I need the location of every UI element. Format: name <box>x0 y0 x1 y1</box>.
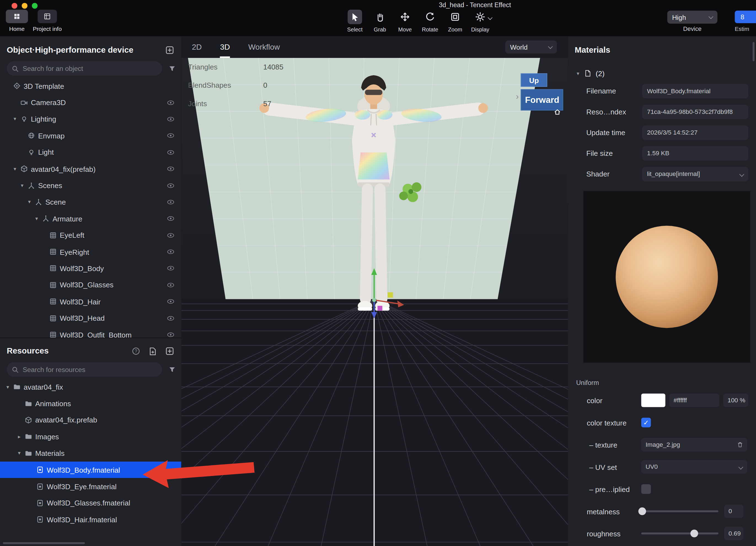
eye-icon[interactable] <box>167 148 175 156</box>
help-icon[interactable]: ? <box>132 347 140 355</box>
tool-select[interactable]: Select <box>345 10 364 32</box>
eye-icon[interactable] <box>167 182 175 189</box>
object-wolf3d-body[interactable]: Wolf3D_Body <box>0 260 181 277</box>
field-shader-value[interactable]: lit_opaque[internal] <box>642 167 748 181</box>
chevron-down-icon[interactable]: ▾ <box>4 384 12 390</box>
eye-icon[interactable] <box>167 198 175 206</box>
tab-3d[interactable]: 3D <box>220 36 230 58</box>
object-scenes[interactable]: ▾Scenes <box>0 177 181 194</box>
tab-workflow[interactable]: Workflow <box>248 36 280 58</box>
eye-icon[interactable] <box>167 99 175 106</box>
chevron-right-icon[interactable]: ▸ <box>15 433 23 440</box>
object-lighting[interactable]: ▾Lighting <box>0 111 181 127</box>
resource-wolf3d-eye-fmaterial[interactable]: Wolf3D_Eye.fmaterial <box>0 478 181 495</box>
eye-icon[interactable] <box>167 231 175 239</box>
texture-field[interactable]: Image_2.jpg <box>641 438 747 451</box>
object-envmap[interactable]: Envmap <box>0 127 181 144</box>
eye-icon[interactable] <box>167 165 175 173</box>
eye-icon[interactable] <box>167 281 175 289</box>
object-search[interactable] <box>7 61 162 76</box>
object-eyeright[interactable]: EyeRight <box>0 243 181 260</box>
object-3d-template[interactable]: 3D Template <box>0 78 181 94</box>
object-armature[interactable]: ▾Armature <box>0 210 181 227</box>
resource-wolf3d-body-fmaterial[interactable]: Wolf3D_Body.fmaterial <box>0 462 181 478</box>
vertical-scrollbar[interactable] <box>753 42 755 61</box>
eye-icon[interactable] <box>167 132 175 140</box>
resource-wolf3d-hair-fmaterial[interactable]: Wolf3D_Hair.fmaterial <box>0 511 181 528</box>
gizmo-up-button[interactable]: Up <box>521 73 547 87</box>
object-scene[interactable]: ▾Scene <box>0 194 181 210</box>
resource-search-input[interactable] <box>23 366 157 373</box>
field-file-size-value[interactable]: 1.59 KB <box>642 146 748 160</box>
resource-materials[interactable]: ▾Materials <box>0 445 181 462</box>
filter-icon[interactable] <box>168 65 176 72</box>
chevron-down-icon[interactable]: ▾ <box>11 166 19 172</box>
horizontal-scrollbar[interactable] <box>3 542 85 544</box>
filter-icon[interactable] <box>168 366 176 373</box>
zoom-window-button[interactable] <box>32 3 37 9</box>
eye-icon[interactable] <box>167 264 175 272</box>
color-swatch[interactable] <box>641 394 665 407</box>
chevron-down-icon[interactable]: ▾ <box>26 199 33 205</box>
home-view-icon[interactable] <box>554 108 561 116</box>
color-texture-checkbox[interactable]: ✓ <box>641 418 651 427</box>
resource-avatar04-fix[interactable]: ▾avatar04_fix <box>0 379 181 395</box>
minimize-window-button[interactable] <box>22 3 28 9</box>
eye-icon[interactable] <box>167 248 175 256</box>
eye-icon[interactable] <box>167 331 175 338</box>
tool-grab[interactable]: Grab <box>370 10 390 32</box>
object-wolf3d-outfit-bottom[interactable]: Wolf3D_Outfit_Bottom <box>0 326 181 338</box>
add-object-icon[interactable] <box>165 45 175 55</box>
object-avatar04-fix-prefab[interactable]: ▾avatar04_fix(prefab) <box>0 160 181 177</box>
chevron-down-icon[interactable]: ▾ <box>11 116 19 122</box>
roughness-slider[interactable] <box>641 527 719 540</box>
metalness-slider[interactable] <box>641 505 719 518</box>
object-wolf3d-head[interactable]: Wolf3D_Head <box>0 310 181 326</box>
object-wolf3d-glasses[interactable]: Wolf3D_Glasses <box>0 277 181 293</box>
chevron-down-icon[interactable]: ▾ <box>15 450 23 456</box>
tool-rotate[interactable]: Rotate <box>420 10 440 32</box>
project-info-button[interactable]: Project info <box>30 10 65 32</box>
viewport-3d-scene[interactable]: Triangles14085BlendShapes0Joints57 Up Fo… <box>181 58 568 546</box>
close-window-button[interactable] <box>12 3 17 9</box>
world-space-dropdown[interactable]: World <box>505 41 557 53</box>
field-filename-value[interactable]: Wolf3D_Body.fmaterial <box>642 84 748 98</box>
object-eyeleft[interactable]: EyeLeft <box>0 227 181 243</box>
object-camera3d[interactable]: Camera3D <box>0 94 181 111</box>
object-light[interactable]: Light <box>0 144 181 160</box>
color-percent-field[interactable]: 100 % <box>723 394 748 407</box>
gizmo-expand-icon[interactable]: › <box>516 92 519 102</box>
chevron-down-icon[interactable]: ▾ <box>33 216 41 222</box>
premultiplied-checkbox[interactable] <box>641 484 651 494</box>
trash-icon[interactable] <box>737 441 743 448</box>
eye-icon[interactable] <box>167 314 175 322</box>
home-button[interactable]: Home <box>5 10 29 32</box>
uv-set-dropdown[interactable]: UV0 <box>641 460 747 474</box>
roughness-value-field[interactable]: 0.69 <box>724 527 744 540</box>
gizmo-forward-button[interactable]: Forward <box>521 89 563 111</box>
eye-icon[interactable] <box>167 298 175 306</box>
tool-display[interactable]: Display <box>471 10 490 32</box>
metalness-value-field[interactable]: 0 <box>724 505 744 518</box>
chevron-down-icon[interactable]: ▾ <box>577 70 579 76</box>
device-quality-dropdown[interactable]: High <box>667 10 717 23</box>
tool-zoom[interactable]: Zoom <box>446 10 465 32</box>
material-group-row[interactable]: ▾ (2) <box>568 66 756 81</box>
material-preview[interactable] <box>583 191 750 363</box>
new-file-icon[interactable] <box>148 347 157 356</box>
chevron-down-icon[interactable]: ▾ <box>18 182 26 189</box>
tool-move[interactable]: Move <box>395 10 415 32</box>
add-resource-icon[interactable] <box>165 346 175 356</box>
estimate-button[interactable]: 8 <box>735 10 756 23</box>
resource-search[interactable] <box>7 362 162 377</box>
field-reso-ndex-value[interactable]: 71ca-4a95-98b0-573c2f7db9f8 <box>642 105 748 119</box>
tab-2d[interactable]: 2D <box>192 36 202 58</box>
eye-icon[interactable] <box>167 115 175 123</box>
object-search-input[interactable] <box>23 65 157 72</box>
resource-wolf3d-glasses-fmaterial[interactable]: Wolf3D_Glasses.fmaterial <box>0 495 181 511</box>
resource-animations[interactable]: Animations <box>0 395 181 412</box>
resource-images[interactable]: ▸Images <box>0 429 181 445</box>
object-wolf3d-hair[interactable]: Wolf3D_Hair <box>0 293 181 310</box>
color-hex-field[interactable]: #ffffff <box>669 394 719 407</box>
resource-avatar04-fix-prefab[interactable]: avatar04_fix.prefab <box>0 412 181 428</box>
